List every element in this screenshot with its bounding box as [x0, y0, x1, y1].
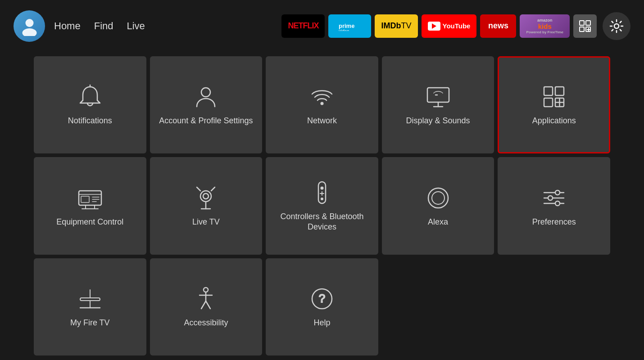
- svg-point-1: [22, 28, 36, 36]
- svg-line-56: [201, 301, 206, 309]
- alexa-icon: [425, 184, 452, 212]
- svg-point-41: [428, 188, 448, 208]
- sliders-icon: [540, 184, 567, 212]
- youtube-label: YouTube: [443, 22, 471, 30]
- grid-item-controllers[interactable]: Controllers & Bluetooth Devices: [266, 157, 378, 254]
- svg-rect-14: [427, 88, 449, 102]
- kids-badge[interactable]: amazon kids Powered by FreeTime: [520, 14, 570, 38]
- grid-item-livetv[interactable]: Live TV: [150, 157, 263, 254]
- kids-label: kids: [538, 22, 552, 30]
- settings-grid: Notifications Account & Profile Settings…: [0, 52, 644, 360]
- accessibility-label: Accessibility: [184, 318, 228, 328]
- svg-rect-4: [580, 21, 584, 25]
- apps-icon: [540, 83, 567, 110]
- navbar: Home Find Live NETFLIX prime video IMDbT…: [0, 0, 644, 52]
- youtube-badge[interactable]: YouTube: [422, 14, 477, 38]
- preferences-label: Preferences: [532, 217, 576, 227]
- grid-item-notifications[interactable]: Notifications: [34, 56, 146, 153]
- myfiretv-label: My Fire TV: [70, 318, 110, 328]
- svg-rect-5: [586, 21, 590, 25]
- antenna-icon: [192, 184, 219, 212]
- svg-rect-23: [79, 191, 101, 205]
- display-label: Display & Sounds: [406, 116, 470, 126]
- svg-rect-19: [544, 98, 553, 107]
- grid-item-equipment[interactable]: Equipment Control: [34, 157, 146, 254]
- prime-icon: prime video: [339, 21, 361, 31]
- imdb-badge[interactable]: IMDbTV: [375, 14, 417, 38]
- svg-point-13: [321, 103, 323, 105]
- nav-links: Home Find Live: [54, 20, 145, 32]
- imdb-label: IMDbTV: [381, 21, 411, 31]
- livetv-label: Live TV: [192, 217, 220, 227]
- grid-item-applications[interactable]: Applications: [498, 56, 610, 153]
- grid-item-display[interactable]: Display & Sounds: [382, 56, 494, 153]
- monitor-icon: [425, 83, 452, 110]
- news-badge[interactable]: news: [480, 14, 516, 38]
- svg-text:video: video: [339, 29, 349, 31]
- apps-grid-icon: [579, 20, 591, 32]
- network-label: Network: [307, 116, 337, 126]
- svg-point-47: [548, 196, 553, 200]
- bell-icon: [77, 83, 104, 110]
- svg-line-57: [206, 301, 210, 309]
- nav-find[interactable]: Find: [94, 20, 113, 32]
- remote-icon: [308, 179, 336, 206]
- grid-item-account[interactable]: Account & Profile Settings: [150, 56, 263, 153]
- alexa-label: Alexa: [428, 217, 448, 227]
- help-label: Help: [313, 318, 330, 328]
- svg-text:prime: prime: [339, 22, 354, 29]
- help-icon: ?: [308, 285, 336, 312]
- svg-point-48: [555, 201, 560, 206]
- kids-sub-label: Powered by FreeTime: [526, 30, 563, 34]
- svg-point-37: [321, 187, 323, 189]
- news-label: news: [488, 21, 508, 31]
- applications-label: Applications: [532, 116, 576, 126]
- equipment-label: Equipment Control: [56, 217, 123, 227]
- firetv-icon: [77, 285, 104, 312]
- person-icon: [192, 83, 219, 110]
- tv-icon: [77, 184, 104, 212]
- grid-item-help[interactable]: ? Help: [266, 258, 378, 356]
- svg-rect-25: [81, 196, 89, 202]
- nav-live[interactable]: Live: [127, 20, 145, 32]
- grid-item-alexa[interactable]: Alexa: [382, 157, 494, 254]
- netflix-badge[interactable]: NETFLIX: [281, 14, 325, 38]
- grid-item-network[interactable]: Network: [266, 56, 378, 153]
- avatar[interactable]: [14, 10, 45, 42]
- svg-point-42: [432, 192, 444, 204]
- svg-rect-6: [580, 27, 584, 32]
- grid-item-preferences[interactable]: Preferences: [498, 157, 610, 254]
- svg-point-12: [201, 88, 210, 97]
- svg-point-10: [614, 24, 619, 28]
- wifi-icon: [308, 83, 336, 110]
- apps-grid-button[interactable]: [573, 14, 597, 38]
- svg-point-40: [321, 198, 323, 200]
- nav-home[interactable]: Home: [54, 20, 81, 32]
- svg-point-33: [203, 194, 209, 199]
- grid-item-myfiretv[interactable]: My Fire TV: [34, 258, 146, 356]
- settings-button[interactable]: [603, 12, 630, 40]
- svg-text:?: ?: [319, 292, 325, 305]
- prime-badge[interactable]: prime video: [328, 14, 371, 38]
- svg-rect-18: [555, 87, 564, 95]
- settings-gear-icon: [609, 19, 624, 33]
- grid-item-accessibility[interactable]: Accessibility: [150, 258, 263, 356]
- accessibility-icon: [192, 285, 219, 312]
- svg-point-32: [200, 191, 211, 202]
- controllers-label: Controllers & Bluetooth Devices: [275, 212, 369, 233]
- kids-amazon-label: amazon: [537, 18, 553, 22]
- svg-point-46: [555, 190, 560, 195]
- account-label: Account & Profile Settings: [159, 116, 253, 126]
- notifications-label: Notifications: [68, 116, 112, 126]
- svg-point-53: [204, 288, 208, 292]
- svg-rect-17: [544, 87, 553, 95]
- svg-point-0: [25, 19, 33, 27]
- netflix-label: NETFLIX: [288, 21, 318, 31]
- app-icons-bar: NETFLIX prime video IMDbTV YouTube news …: [281, 12, 630, 40]
- youtube-play-icon: [428, 22, 440, 31]
